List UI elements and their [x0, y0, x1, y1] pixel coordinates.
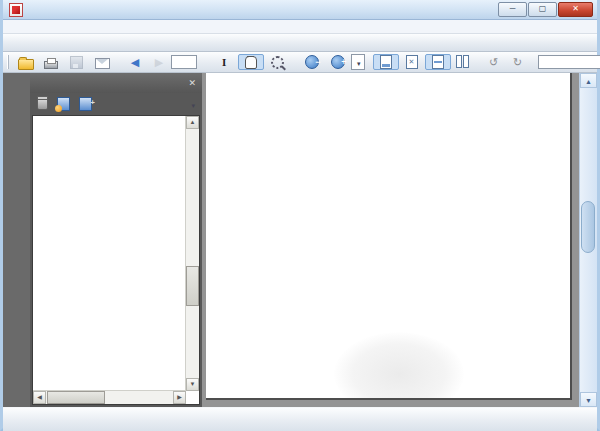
- magnifier-icon: [271, 56, 284, 69]
- continuous-view-icon: [432, 55, 444, 69]
- trash-icon[interactable]: [37, 98, 48, 110]
- chevron-down-icon: [357, 57, 361, 68]
- bookmarks-tree: [33, 115, 186, 391]
- tree-horizontal-scrollbar[interactable]: ◀ ▶: [33, 390, 186, 404]
- document-pane: ▲ ▼: [202, 73, 597, 407]
- toolbar-grip[interactable]: [7, 55, 9, 69]
- scroll-right-icon[interactable]: ▶: [173, 391, 186, 404]
- forward-arrow-icon: ▶: [152, 55, 166, 69]
- minimize-button[interactable]: ─: [498, 2, 527, 17]
- rotate-right-icon: ↻: [511, 55, 525, 69]
- continuous-view-button[interactable]: [425, 54, 451, 70]
- email-button[interactable]: [90, 54, 115, 70]
- scroll-down-icon[interactable]: ▼: [186, 378, 199, 391]
- hand-icon: [245, 56, 257, 69]
- panel-close-icon[interactable]: ✕: [188, 78, 196, 88]
- bookmark-plus-icon[interactable]: [79, 97, 92, 111]
- title-bar: ─ ▢ ✕: [3, 0, 597, 20]
- find-input[interactable]: [538, 55, 600, 69]
- rotate-left-icon: ↺: [487, 55, 501, 69]
- new-bookmark-icon[interactable]: [57, 97, 70, 111]
- bookmarks-panel-toolbar: [30, 93, 202, 115]
- save-icon: [70, 56, 83, 69]
- options-menu[interactable]: [189, 99, 195, 110]
- scrollbar-thumb[interactable]: [581, 201, 595, 253]
- back-arrow-icon: ◀: [128, 55, 142, 69]
- fit-page-button[interactable]: [399, 54, 425, 70]
- bookmarks-panel: ✕ ▲ ▼ ◀ ▶: [30, 73, 202, 407]
- previous-view-button[interactable]: ◀: [123, 54, 147, 70]
- bookmarks-tree-container: ▲ ▼ ◀ ▶: [32, 115, 200, 405]
- main-area: ✕ ▲ ▼ ◀ ▶: [3, 73, 597, 407]
- zoom-marquee-tool-button[interactable]: [264, 54, 291, 70]
- watermark: [334, 332, 464, 400]
- fit-page-icon: [406, 55, 418, 69]
- section-heading: [236, 81, 544, 96]
- pdf-page: [206, 73, 572, 400]
- two-up-view-icon: [456, 55, 469, 69]
- acrobat-window: ─ ▢ ✕ ◀ ▶ ↺ ↻: [0, 0, 600, 431]
- fit-width-button[interactable]: [373, 54, 399, 70]
- maximize-button[interactable]: ▢: [528, 2, 557, 17]
- page-number-input[interactable]: [171, 55, 197, 69]
- rotate-right-button[interactable]: ↻: [506, 54, 530, 70]
- close-button[interactable]: ✕: [558, 2, 593, 17]
- scroll-up-icon[interactable]: ▲: [186, 116, 199, 129]
- scrollbar-thumb[interactable]: [47, 391, 105, 404]
- print-icon: [44, 61, 58, 69]
- rotate-left-button[interactable]: ↺: [482, 54, 506, 70]
- next-view-button[interactable]: ▶: [147, 54, 171, 70]
- fit-width-icon: [380, 55, 392, 69]
- scrollbar-thumb[interactable]: [186, 266, 199, 306]
- zoom-level-select[interactable]: [351, 54, 365, 70]
- hand-tool-button[interactable]: [238, 54, 264, 70]
- scroll-left-icon[interactable]: ◀: [33, 391, 46, 404]
- email-icon: [95, 58, 110, 69]
- open-button[interactable]: [13, 54, 39, 70]
- zoom-in-button[interactable]: [325, 54, 351, 70]
- navigation-toolbar: ◀ ▶ ↺ ↻: [3, 52, 597, 73]
- zoom-out-button[interactable]: [299, 54, 325, 70]
- zoom-in-icon: [331, 55, 345, 69]
- print-button[interactable]: [39, 54, 63, 70]
- tasks-toolbar: [3, 34, 597, 52]
- menu-bar: [3, 20, 597, 34]
- select-text-tool-button[interactable]: [213, 54, 238, 70]
- document-vertical-scrollbar[interactable]: ▲ ▼: [579, 73, 597, 407]
- comment-markup-toolbar: [3, 407, 597, 431]
- tree-vertical-scrollbar[interactable]: ▲ ▼: [185, 116, 199, 391]
- acrobat-app-icon: [9, 3, 23, 17]
- open-folder-icon: [18, 59, 34, 70]
- two-up-view-button[interactable]: [451, 54, 474, 70]
- scroll-up-icon[interactable]: ▲: [580, 73, 597, 88]
- zoom-out-icon: [305, 55, 319, 69]
- navigation-tab-strip: [3, 73, 30, 407]
- bookmarks-panel-header: ✕: [30, 73, 202, 93]
- chevron-down-icon: [191, 99, 195, 110]
- select-text-icon: [218, 55, 233, 69]
- scroll-down-icon[interactable]: ▼: [580, 392, 597, 407]
- save-button[interactable]: [63, 54, 90, 70]
